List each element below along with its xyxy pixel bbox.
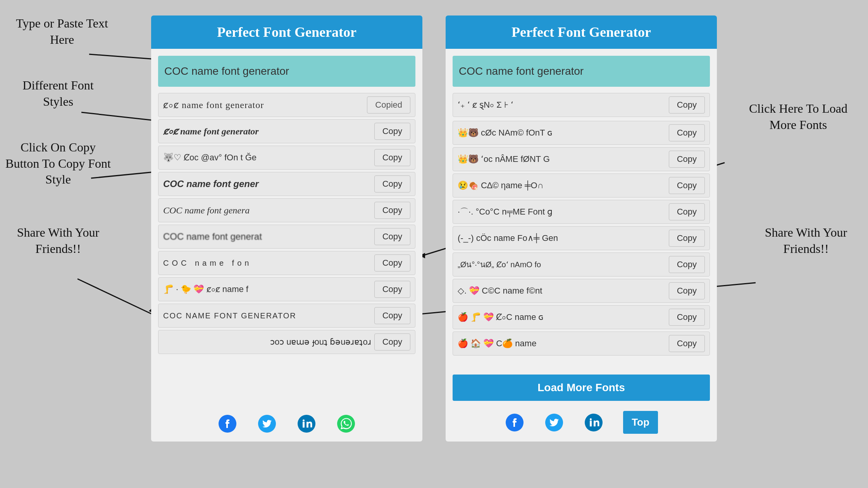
right-social-bar: Top	[446, 405, 717, 442]
font-text: 👑🐻 ʻoc nÂME fØNT G	[458, 154, 666, 164]
twitter-icon[interactable]	[257, 414, 277, 434]
font-row: ɹoʇɐɹǝuǝɓ ʇuoɟ ǝɯɐu ɔoɔ Copy	[158, 330, 415, 354]
font-text: COC name font genera	[163, 205, 371, 216]
font-row: 🍎 🦵 💝 Ȼ০C name ɢ Copy	[453, 305, 710, 329]
copy-button[interactable]: Copy	[374, 175, 410, 192]
svg-point-22	[590, 418, 592, 420]
font-row: 👑🐻 cØc NAm© fOnT ɢ Copy	[453, 121, 710, 145]
font-row: 👑🐻 ʻoc nÂME fØNT G Copy	[453, 147, 710, 171]
copy-button[interactable]: Copy	[669, 309, 705, 326]
font-text: COC NAME FONT GENERATOR	[163, 311, 371, 320]
right-panel: Perfect Font Generator ʻ₊ ʻ ȼ ȿN০ Σ ⊦ ʻ …	[446, 15, 717, 442]
font-row: COC name font gener Copy	[158, 172, 415, 196]
font-row: 😢🍖 C∆© ηame ╪О∩ Copy	[453, 174, 710, 198]
twitter-icon[interactable]	[544, 412, 564, 433]
font-row-partial: ʻ₊ ʻ ȼ ȿN০ Σ ⊦ ʻ Copy	[453, 93, 710, 117]
left-panel: Perfect Font Generator ȼ০ȼ name font gen…	[151, 15, 422, 442]
font-text: 👑🐻 cØc NAm© fOnT ɢ	[458, 128, 666, 138]
svg-point-17	[337, 415, 355, 433]
font-text: ·⌒·. °Co°C n╤ME Font ɡ	[458, 206, 666, 218]
copy-button[interactable]: Copy	[669, 256, 705, 273]
left-social-bar	[151, 407, 422, 442]
font-row: ȼ০ȼ name font generator Copied	[158, 93, 415, 117]
font-row: 🍎 🏠 💝 C🍊 name Copy	[453, 332, 710, 356]
font-text: 🐺♡ Ȼoc @av° fOn t Ğe	[163, 153, 371, 163]
whatsapp-icon[interactable]	[336, 414, 356, 434]
font-row: COC name font generat Copy	[158, 225, 415, 249]
font-text: „Øน°·°นØ„ Ȼoʻ nAmО fo	[458, 258, 666, 271]
copy-button[interactable]: Copy	[669, 282, 705, 299]
svg-rect-15	[303, 422, 305, 428]
linkedin-icon[interactable]	[296, 414, 317, 434]
copy-button[interactable]: Copy	[374, 281, 410, 298]
font-text: 🍎 🦵 💝 Ȼ০C name ɢ	[458, 312, 666, 322]
left-input[interactable]	[158, 56, 415, 87]
copy-button[interactable]: Copy	[669, 124, 705, 141]
font-text: COC name font gener	[163, 179, 371, 189]
font-text: 😢🍖 C∆© ηame ╪О∩	[458, 180, 666, 191]
copy-button[interactable]: Copy	[669, 230, 705, 247]
copy-button[interactable]: Copy	[669, 151, 705, 168]
page-wrapper: Perfect Font Generator ȼ০ȼ name font gen…	[0, 0, 868, 453]
font-row: ·⌒·. °Co°C n╤ME Font ɡ Copy	[453, 200, 710, 224]
font-text: ◇. 💝 C©C name f©nt	[458, 286, 666, 296]
font-row: 🦵 · 🐤 💝 ȼ০ȼ name f Copy	[158, 277, 415, 301]
font-text: ȼ০ȼ name font generator	[163, 100, 364, 110]
font-row: 🐺♡ Ȼoc @av° fOn t Ğe Copy	[158, 146, 415, 170]
top-button[interactable]: Top	[623, 411, 658, 434]
font-row: ȼ০ȼ name font generator Copy	[158, 119, 415, 143]
font-row: ◇. 💝 C©C name f©nt Copy	[453, 279, 710, 303]
copy-button[interactable]: Copy	[374, 307, 410, 324]
facebook-icon[interactable]	[217, 414, 238, 434]
right-input[interactable]	[453, 56, 710, 87]
left-font-list: ȼ০ȼ name font generator Copied ȼ০ȼ name …	[151, 91, 422, 407]
copy-button[interactable]: Copy	[669, 96, 705, 113]
font-row: COC name font genera Copy	[158, 198, 415, 222]
facebook-icon[interactable]	[505, 412, 525, 433]
font-text: ʻ₊ ʻ ȼ ȿN০ Σ ⊦ ʻ	[458, 100, 666, 110]
font-row: (-_-) cÖc name Fo∧╪ Gen Copy	[453, 226, 710, 250]
copy-button[interactable]: Copy	[669, 203, 705, 220]
font-text: COC name fon	[163, 259, 371, 268]
copy-button[interactable]: Copy	[374, 254, 410, 271]
font-text: (-_-) cÖc name Fo∧╪ Gen	[458, 233, 666, 243]
copy-button[interactable]: Copy	[374, 123, 410, 140]
font-row: „Øน°·°นØ„ Ȼoʻ nAmО fo Copy	[453, 253, 710, 277]
font-text: ɹoʇɐɹǝuǝɓ ʇuoɟ ǝɯɐu ɔoɔ	[163, 337, 371, 347]
right-font-list: 👑🐻 cØc NAm© fOnT ɢ Copy 👑🐻 ʻoc nÂME fØNT…	[446, 119, 717, 371]
copy-button[interactable]: Copy	[374, 228, 410, 245]
copy-button[interactable]: Copy	[669, 335, 705, 352]
svg-rect-21	[590, 421, 592, 426]
copy-button[interactable]: Copy	[669, 177, 705, 194]
copy-button[interactable]: Copy	[374, 333, 410, 351]
font-row: COC NAME FONT GENERATOR Copy	[158, 304, 415, 328]
font-text: ȼ০ȼ name font generator	[163, 126, 371, 137]
font-text: COC name font generat	[163, 231, 371, 242]
copy-button[interactable]: Copy	[374, 149, 410, 166]
right-panel-header: Perfect Font Generator	[446, 15, 717, 49]
svg-point-16	[303, 419, 305, 421]
copy-button[interactable]: Copy	[374, 202, 410, 219]
load-more-button[interactable]: Load More Fonts	[453, 375, 710, 401]
left-panel-header: Perfect Font Generator	[151, 15, 422, 49]
copy-button[interactable]: Copied	[367, 96, 410, 113]
linkedin-icon[interactable]	[584, 412, 604, 433]
font-row: COC name fon Copy	[158, 251, 415, 275]
font-text: 🍎 🏠 💝 C🍊 name	[458, 339, 666, 349]
font-text: 🦵 · 🐤 💝 ȼ০ȼ name f	[163, 284, 371, 294]
